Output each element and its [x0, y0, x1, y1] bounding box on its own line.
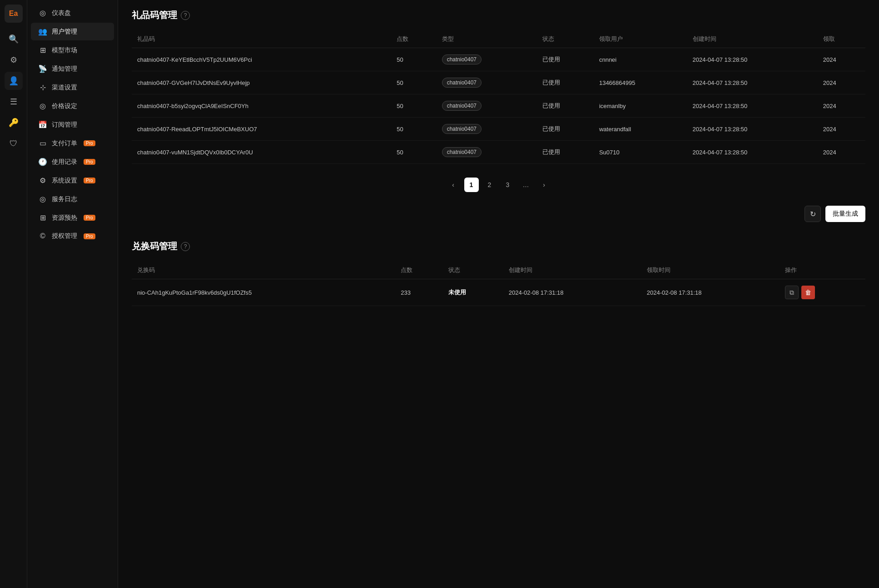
gift-code-help-icon[interactable]: ?: [181, 11, 190, 20]
system-pro-badge: Pro: [84, 178, 95, 183]
gift-status-value: 已使用: [537, 48, 594, 71]
gift-created-value: 2024-04-07 13:28:50: [687, 48, 818, 71]
icon-btn-list[interactable]: ☰: [5, 93, 23, 111]
icon-btn-shield[interactable]: 🛡: [5, 134, 23, 153]
prev-page-button[interactable]: ‹: [446, 178, 461, 192]
redeem-col-points: 点数: [395, 262, 443, 279]
gift-user-value: icemanlby: [594, 94, 687, 118]
nav-item-auth[interactable]: © 授权管理 Pro: [31, 227, 114, 245]
main-content: 礼品码管理 ? 礼品码 点数 类型 状态 领取用户 创建时间 领取 chatni…: [118, 0, 879, 588]
batch-generate-button[interactable]: 批量生成: [825, 206, 865, 222]
page-1-button[interactable]: 1: [464, 178, 479, 192]
nav-item-pricing[interactable]: ◎ 价格设定: [31, 97, 114, 115]
nav-item-dashboard[interactable]: ◎ 仪表盘: [31, 4, 114, 22]
redeem-points-value: 233: [395, 279, 443, 306]
redeem-col-action: 操作: [780, 262, 865, 279]
redeem-created-value: 2024-02-08 17:31:18: [503, 279, 641, 306]
nav-label-system: 系统设置: [52, 177, 77, 185]
col-created: 创建时间: [687, 30, 818, 48]
page-3-button[interactable]: 3: [501, 178, 515, 192]
app-logo: Ea: [5, 5, 23, 23]
channel-icon: ⊹: [38, 83, 47, 92]
usage-icon: 🕐: [38, 158, 47, 166]
nav-label-model-market: 模型市场: [52, 46, 77, 54]
gift-claimed-value: 2024: [818, 118, 865, 141]
model-market-icon: ⊞: [38, 46, 47, 54]
col-gift-code: 礼品码: [132, 30, 391, 48]
redeem-claimed-value: 2024-02-08 17:31:18: [641, 279, 780, 306]
gift-points-value: 50: [391, 94, 436, 118]
gift-type-value: chatnio0407: [437, 71, 537, 94]
nav-item-user-management[interactable]: 👥 用户管理: [31, 23, 114, 40]
gift-code-row: chatnio0407-KeYEtlBcchV5Tp2UUM6V6Pci 50 …: [132, 48, 865, 71]
dashboard-icon: ◎: [38, 9, 47, 17]
nav-item-system[interactable]: ⚙ 系统设置 Pro: [31, 172, 114, 189]
gift-claimed-value: 2024: [818, 141, 865, 164]
gift-claimed-value: 2024: [818, 48, 865, 71]
icon-btn-settings[interactable]: ⚙: [5, 51, 23, 69]
gift-code-value: chatnio0407-ReeadLOPTmtJ5lOICMeBXUO7: [132, 118, 391, 141]
gift-created-value: 2024-04-07 13:28:50: [687, 141, 818, 164]
gift-created-value: 2024-04-07 13:28:50: [687, 94, 818, 118]
gift-code-table: 礼品码 点数 类型 状态 领取用户 创建时间 领取 chatnio0407-Ke…: [132, 30, 865, 164]
nav-label-channel: 渠道设置: [52, 84, 77, 92]
gift-points-value: 50: [391, 71, 436, 94]
redeem-col-created: 创建时间: [503, 262, 641, 279]
gift-code-value: chatnio0407-b5syi2ogvqClA9EeISnCF0Yh: [132, 94, 391, 118]
nav-label-usage: 使用记录: [52, 158, 77, 166]
sidebar-icon-column: Ea 🔍 ⚙ 👤 ☰ 🔑 🛡: [0, 0, 27, 588]
redeem-code-section-header: 兑换码管理 ?: [132, 240, 865, 252]
gift-points-value: 50: [391, 48, 436, 71]
gift-code-row: chatnio0407-ReeadLOPTmtJ5lOICMeBXUO7 50 …: [132, 118, 865, 141]
gift-type-value: chatnio0407: [437, 94, 537, 118]
nav-label-pricing: 价格设定: [52, 102, 77, 110]
auth-icon: ©: [38, 232, 47, 240]
copy-button[interactable]: ⧉: [785, 286, 799, 299]
nav-item-model-market[interactable]: ⊞ 模型市场: [31, 41, 114, 59]
nav-label-user-management: 用户管理: [52, 28, 77, 36]
gift-created-value: 2024-04-07 13:28:50: [687, 71, 818, 94]
usage-pro-badge: Pro: [84, 159, 95, 165]
redeem-code-help-icon[interactable]: ?: [181, 242, 190, 251]
icon-btn-key[interactable]: 🔑: [5, 114, 23, 132]
refresh-button[interactable]: ↻: [805, 206, 821, 222]
sidebar-nav: ◎ 仪表盘 👥 用户管理 ⊞ 模型市场 📡 通知管理 ⊹ 渠道设置 ◎ 价格设定…: [27, 0, 118, 588]
nav-item-payment[interactable]: ▭ 支付订单 Pro: [31, 134, 114, 152]
redeem-actions: ⧉ 🗑: [780, 279, 865, 306]
subscription-icon: 📅: [38, 120, 47, 129]
nav-item-resource[interactable]: ⊞ 资源预热 Pro: [31, 209, 114, 227]
gift-claimed-value: 2024: [818, 71, 865, 94]
gift-type-value: chatnio0407: [437, 141, 537, 164]
payment-pro-badge: Pro: [84, 140, 95, 146]
nav-item-channel[interactable]: ⊹ 渠道设置: [31, 79, 114, 96]
nav-item-notification[interactable]: 📡 通知管理: [31, 60, 114, 78]
gift-user-value: waterandfall: [594, 118, 687, 141]
gift-status-value: 已使用: [537, 141, 594, 164]
nav-item-subscription[interactable]: 📅 订阅管理: [31, 116, 114, 133]
nav-item-usage[interactable]: 🕐 使用记录 Pro: [31, 153, 114, 171]
gift-points-value: 50: [391, 118, 436, 141]
gift-user-value: cnnnei: [594, 48, 687, 71]
col-user: 领取用户: [594, 30, 687, 48]
gift-status-value: 已使用: [537, 71, 594, 94]
gift-user-value: 13466864995: [594, 71, 687, 94]
gift-code-title: 礼品码管理: [132, 9, 177, 21]
gift-created-value: 2024-04-07 13:28:50: [687, 118, 818, 141]
resource-pro-badge: Pro: [84, 215, 95, 221]
page-2-button[interactable]: 2: [482, 178, 497, 192]
pagination: ‹ 1 2 3 … ›: [132, 168, 865, 201]
gift-code-value: chatnio0407-GVGeH7IJvDtNsEv9UyvlHejp: [132, 71, 391, 94]
redeem-col-claimed: 领取时间: [641, 262, 780, 279]
icon-btn-user[interactable]: 👤: [5, 72, 23, 90]
col-status: 状态: [537, 30, 594, 48]
icon-btn-search[interactable]: 🔍: [5, 30, 23, 48]
resource-icon: ⊞: [38, 213, 47, 222]
nav-item-service-log[interactable]: ◎ 服务日志: [31, 190, 114, 208]
service-log-icon: ◎: [38, 195, 47, 203]
redeem-code-row: nio-CAh1gKuPtoGa1rF98kv6ds0gU1fOZfs5 233…: [132, 279, 865, 306]
nav-label-notification: 通知管理: [52, 65, 77, 73]
next-page-button[interactable]: ›: [537, 178, 551, 192]
delete-button[interactable]: 🗑: [801, 286, 815, 299]
gift-type-value: chatnio0407: [437, 48, 537, 71]
col-claimed: 领取: [818, 30, 865, 48]
